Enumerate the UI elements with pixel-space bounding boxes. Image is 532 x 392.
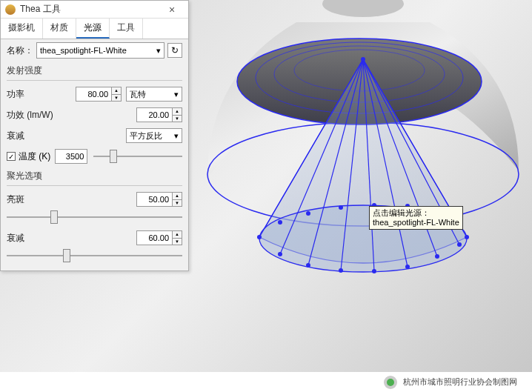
power-input[interactable]: ▲▼ xyxy=(76,87,122,102)
falloff-slider[interactable] xyxy=(7,248,182,263)
power-field[interactable] xyxy=(76,87,111,102)
window-title: Thea 工具 xyxy=(20,3,160,16)
svg-point-24 xyxy=(465,235,469,239)
decay-select[interactable]: 平方反比 ▾ xyxy=(126,128,182,143)
tab-material[interactable]: 材质 xyxy=(43,19,76,39)
spin-down-icon[interactable]: ▼ xyxy=(111,94,122,102)
spin-up-icon[interactable]: ▲ xyxy=(172,230,182,238)
power-unit-select[interactable]: 瓦特 ▾ xyxy=(126,87,182,102)
spin-up-icon[interactable]: ▲ xyxy=(172,192,182,199)
spot-group-label: 聚光选项 xyxy=(1,167,188,184)
svg-point-20 xyxy=(372,269,376,273)
svg-point-32 xyxy=(361,57,365,62)
falloff-field[interactable] xyxy=(136,230,172,245)
tooltip-line2: thea_spotlight-FL-White xyxy=(373,218,459,227)
svg-point-0 xyxy=(322,0,404,17)
footer-bar: 杭州市城市照明行业协会制图网 xyxy=(0,372,532,392)
wechat-icon xyxy=(384,376,397,389)
tab-light[interactable]: 光源 xyxy=(76,19,110,39)
power-unit-value: 瓦特 xyxy=(130,89,146,100)
tab-tool[interactable]: 工具 xyxy=(110,19,143,39)
name-label: 名称： xyxy=(7,44,36,57)
thea-icon xyxy=(5,4,16,15)
brightspot-slider-thumb[interactable] xyxy=(50,210,58,224)
emission-group-label: 发射强度 xyxy=(1,62,188,79)
svg-point-31 xyxy=(278,220,282,225)
brightspot-field[interactable] xyxy=(136,192,172,207)
brightspot-slider[interactable] xyxy=(7,210,182,225)
svg-point-21 xyxy=(405,265,410,269)
divider xyxy=(7,185,182,186)
refresh-button[interactable]: ↻ xyxy=(167,43,182,58)
brightspot-input[interactable]: ▲▼ xyxy=(136,192,182,207)
falloff-label: 衰减 xyxy=(7,232,51,245)
chevron-down-icon: ▾ xyxy=(156,46,161,56)
chevron-down-icon: ▾ xyxy=(174,90,179,99)
svg-point-29 xyxy=(339,205,343,210)
light-name-value: thea_spotlight-FL-White xyxy=(40,46,127,55)
svg-point-22 xyxy=(435,254,439,259)
efficacy-label: 功效 (lm/W) xyxy=(7,109,66,122)
chevron-down-icon: ▾ xyxy=(174,131,179,141)
svg-point-18 xyxy=(306,263,310,268)
efficacy-input[interactable]: ▲▼ xyxy=(136,107,182,122)
svg-point-19 xyxy=(339,268,343,273)
divider xyxy=(7,80,182,81)
edit-light-tooltip: 点击编辑光源： thea_spotlight-FL-White xyxy=(369,206,463,230)
footer-text: 杭州市城市照明行业协会制图网 xyxy=(403,376,517,388)
spin-down-icon[interactable]: ▼ xyxy=(172,115,182,122)
spin-up-icon[interactable]: ▲ xyxy=(111,87,122,94)
svg-point-17 xyxy=(278,252,282,256)
temperature-checkbox[interactable] xyxy=(7,152,16,161)
svg-point-16 xyxy=(257,235,262,239)
tooltip-line1: 点击编辑光源： xyxy=(373,208,459,218)
falloff-slider-thumb[interactable] xyxy=(63,249,70,262)
close-button[interactable]: × xyxy=(160,1,184,18)
brightspot-label: 亮斑 xyxy=(7,193,51,206)
power-label: 功率 xyxy=(7,88,51,101)
temperature-field[interactable] xyxy=(55,149,87,164)
efficacy-field[interactable] xyxy=(136,107,172,122)
temperature-slider-thumb[interactable] xyxy=(110,150,117,163)
temperature-label: 温度 (K) xyxy=(19,150,50,163)
decay-label: 衰减 xyxy=(7,130,51,142)
tab-camera[interactable]: 摄影机 xyxy=(1,19,43,39)
light-name-select[interactable]: thea_spotlight-FL-White ▾ xyxy=(36,42,164,59)
svg-point-23 xyxy=(457,242,462,247)
thea-tools-panel: Thea 工具 × 摄影机 材质 光源 工具 名称： thea_spotligh… xyxy=(0,0,189,271)
decay-value: 平方反比 xyxy=(130,130,162,142)
svg-point-30 xyxy=(306,211,310,216)
spin-up-icon[interactable]: ▲ xyxy=(172,107,182,115)
spin-down-icon[interactable]: ▼ xyxy=(172,199,182,207)
tabs: 摄影机 材质 光源 工具 xyxy=(1,19,188,39)
falloff-input[interactable]: ▲▼ xyxy=(136,230,182,245)
titlebar[interactable]: Thea 工具 × xyxy=(1,1,188,19)
spin-down-icon[interactable]: ▼ xyxy=(172,238,182,245)
